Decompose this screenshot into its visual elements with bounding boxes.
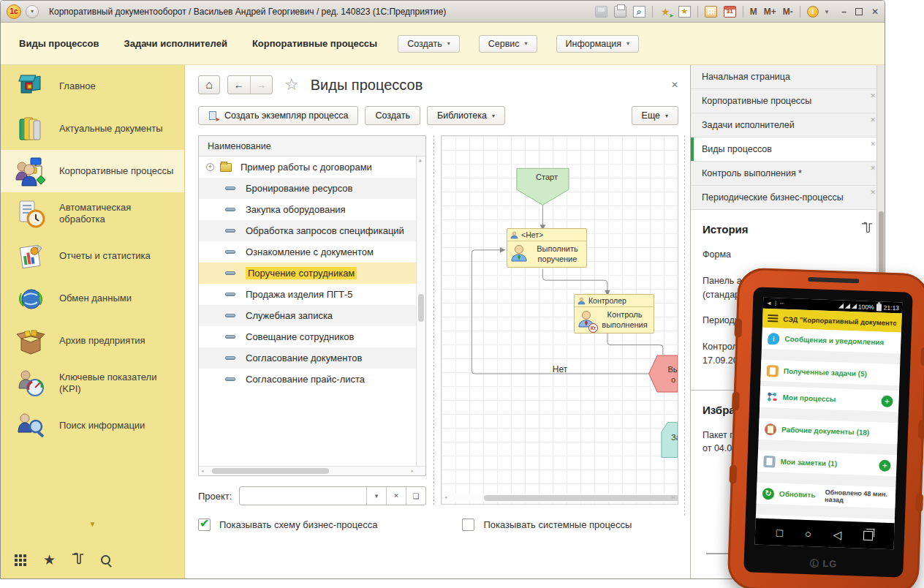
scrollbar-thumb[interactable]	[879, 211, 884, 277]
sidebar-item-archive[interactable]: Архив предприятия	[1, 320, 184, 362]
table-row[interactable]: Обработка запросов спецификаций	[199, 220, 425, 241]
print-icon[interactable]	[614, 6, 626, 18]
table-row-selected[interactable]: Поручение сотрудникам	[199, 263, 425, 284]
flowchart-task-execute[interactable]: <Нет> Выполнить поручение	[507, 228, 587, 268]
print-preview-icon[interactable]	[633, 6, 645, 18]
calendar-icon[interactable]: 31	[724, 6, 736, 18]
table-row[interactable]: Пример работы с договорами	[199, 157, 425, 178]
show-diagram-checkbox[interactable]	[198, 519, 211, 531]
information-menu-button[interactable]: Информация	[556, 35, 640, 53]
search-panel-icon[interactable]	[100, 554, 112, 566]
flowchart-condition-node[interactable]: Вы о	[661, 364, 678, 385]
calculator-icon[interactable]	[705, 6, 717, 18]
nav-overview-button[interactable]	[863, 530, 873, 540]
library-button[interactable]: Библиотека	[427, 106, 505, 125]
sidebar-item-kpi[interactable]: Ключевые показатели (KPI)	[1, 362, 184, 404]
project-combobox[interactable]	[239, 486, 426, 505]
sidebar-item-corporate-processes[interactable]: Корпоративные процессы	[1, 150, 184, 192]
minimize-button[interactable]	[841, 7, 847, 17]
table-row[interactable]: Закупка оборудования	[199, 199, 425, 220]
window-tab-periodic-processes[interactable]: Периодические бизнес-процессы	[691, 186, 885, 210]
sidebar-item-data-exchange[interactable]: Обмен данными	[1, 277, 184, 320]
more-button[interactable]: Еще	[632, 106, 678, 125]
history-scroll-icon[interactable]	[861, 222, 873, 237]
flowchart-start-node[interactable]: Старт	[519, 173, 575, 181]
menu-hamburger-icon[interactable]	[768, 314, 778, 322]
forward-button[interactable]	[250, 76, 273, 94]
info-dropdown-icon[interactable]	[825, 8, 829, 15]
window-tab-execution-control[interactable]: Контроль выполнения *	[691, 162, 885, 186]
expand-icon[interactable]	[206, 163, 214, 171]
close-tab-icon[interactable]	[870, 140, 876, 148]
all-functions-icon[interactable]	[14, 554, 27, 567]
show-system-processes-checkbox[interactable]	[462, 519, 474, 531]
create-button[interactable]: Создать	[365, 106, 420, 125]
close-button[interactable]	[871, 7, 879, 17]
menu-tab-process-types[interactable]: Виды процессов	[19, 38, 99, 49]
memory-mminus-button[interactable]: M-	[783, 7, 793, 17]
flowchart-end-node[interactable]: За	[671, 433, 678, 442]
table-row[interactable]: Бронирование ресурсов	[199, 178, 425, 199]
window-tab-start-page[interactable]: Начальная страница	[691, 65, 885, 89]
sidebar-item-reports[interactable]: Отчеты и статистика	[1, 235, 184, 277]
sidebar-item-main[interactable]: Главное	[1, 65, 184, 108]
window-tab-process-types[interactable]: Виды процессов	[691, 137, 885, 162]
favorites-icon[interactable]	[678, 6, 691, 18]
history-panel-icon[interactable]	[72, 552, 84, 568]
back-button[interactable]	[228, 76, 250, 94]
create-process-instance-button[interactable]: Создать экземпляр процесса	[198, 106, 358, 125]
scrollbar-thumb[interactable]	[418, 294, 424, 322]
table-row[interactable]: Согласование документов	[199, 347, 425, 369]
memory-m-button[interactable]: M	[750, 7, 757, 17]
menu-tab-executor-tasks[interactable]: Задачи исполнителей	[124, 38, 227, 49]
add-note-button[interactable]	[879, 459, 891, 472]
close-tab-icon[interactable]	[870, 92, 876, 99]
window-tab-corporate-processes[interactable]: Корпоративные процессы	[691, 89, 885, 113]
vertical-scrollbar[interactable]	[416, 157, 425, 466]
list-header-name[interactable]: Наименование	[199, 136, 425, 157]
table-row[interactable]: Служебная записка	[199, 305, 425, 326]
case-bump	[734, 318, 742, 337]
favorites-panel-icon[interactable]	[43, 551, 56, 568]
sidebar-item-auto-processing[interactable]: Автоматическая обработка	[1, 192, 184, 235]
table-row[interactable]: Согласование прайс-листа	[199, 369, 425, 390]
favorite-star-icon[interactable]	[284, 75, 299, 94]
horizontal-scrollbar[interactable]	[199, 466, 425, 475]
project-value[interactable]	[240, 487, 366, 505]
info-icon[interactable]	[807, 6, 819, 18]
close-form-icon[interactable]	[671, 80, 678, 90]
combo-clear-icon[interactable]	[386, 487, 406, 505]
memory-mplus-button[interactable]: M+	[764, 7, 776, 17]
home-button[interactable]	[198, 75, 220, 94]
sidebar-item-search-info[interactable]: Поиск информации	[1, 404, 184, 447]
window-tab-executor-tasks[interactable]: Задачи исполнителей	[691, 113, 885, 137]
diagram-horizontal-scrollbar[interactable]	[443, 494, 676, 502]
nav-circle-home-button[interactable]	[805, 527, 812, 538]
service-menu-button[interactable]: Сервис	[479, 35, 537, 53]
add-favorite-icon[interactable]	[659, 6, 672, 18]
nav-square-button[interactable]	[776, 527, 784, 538]
system-menu-icon[interactable]	[26, 5, 39, 18]
table-row[interactable]: Совещание сотрудников	[199, 326, 425, 347]
combo-open-icon[interactable]	[406, 487, 425, 505]
sidebar-more-icon[interactable]	[1, 520, 184, 528]
close-tab-icon[interactable]	[870, 189, 876, 196]
row-label: Ознакомление с документом	[246, 246, 374, 257]
history-item[interactable]: Форма	[703, 248, 873, 262]
nav-back-button[interactable]	[833, 529, 842, 540]
close-tab-icon[interactable]	[870, 116, 876, 124]
menu-tab-corporate-processes[interactable]: Корпоративные процессы	[252, 38, 377, 49]
sidebar-item-actual-documents[interactable]: Актуальные документы	[1, 108, 184, 150]
combo-dropdown-icon[interactable]	[366, 487, 386, 505]
item-dash-icon	[225, 293, 235, 296]
close-tab-icon[interactable]	[870, 165, 876, 172]
scrollbar-thumb[interactable]	[212, 468, 329, 474]
table-row[interactable]: Ознакомление с документом	[199, 241, 425, 263]
flowchart-task-control[interactable]: Контролер Кт Контроль выполнения	[574, 294, 654, 333]
add-process-button[interactable]	[881, 395, 893, 407]
save-icon[interactable]	[595, 6, 607, 18]
scrollbar-thumb[interactable]	[484, 495, 678, 501]
maximize-button[interactable]	[855, 8, 863, 15]
table-row[interactable]: Продажа изделия ПГТ-5	[199, 284, 425, 305]
create-menu-button[interactable]: Создать	[398, 35, 460, 53]
